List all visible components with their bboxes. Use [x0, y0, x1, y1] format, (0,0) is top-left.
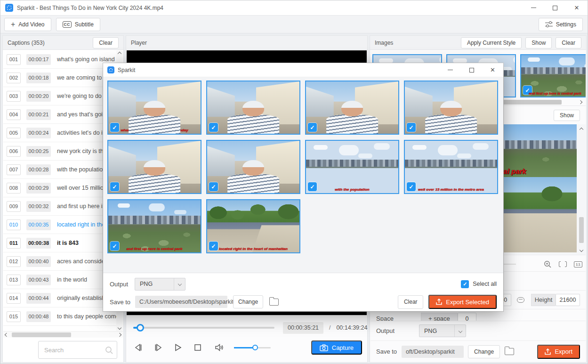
caption-row[interactable]: 01600:00:50to central park to escape [3, 326, 116, 330]
images-clear-button[interactable]: Clear [556, 37, 581, 49]
caption-number[interactable]: 016 [7, 330, 21, 330]
image-thumbnail[interactable]: ✓located right in the heart of manhattan [206, 199, 300, 253]
image-thumbnail[interactable]: ✓with the population [305, 140, 399, 194]
caption-row[interactable]: 01400:00:44originally establishe [3, 289, 116, 307]
caption-timestamp[interactable]: 00:00:38 [26, 238, 51, 249]
export-selected-button[interactable]: Export Selected [428, 295, 497, 309]
caption-row[interactable]: 01100:00:38it is 843 [3, 234, 116, 252]
caption-row[interactable]: 00300:00:20we're going to do w [3, 87, 116, 105]
caption-timestamp[interactable]: 00:00:28 [26, 164, 51, 175]
play-button[interactable] [173, 342, 183, 353]
caption-row[interactable]: 01200:00:40acres and considere [3, 252, 116, 271]
fit-screen-icon[interactable] [559, 261, 567, 267]
caption-timestamp[interactable]: 00:00:40 [26, 256, 51, 267]
scroll-up-icon[interactable] [116, 50, 123, 57]
minimize-button[interactable] [523, 0, 544, 15]
export-button[interactable]: Export [537, 345, 580, 359]
scroll-down-icon[interactable] [116, 324, 123, 331]
caption-row[interactable]: 01000:00:35located right in the [3, 216, 116, 234]
hscroll-thumb[interactable] [12, 332, 71, 337]
select-all-checkbox[interactable]: ✓ [461, 280, 469, 288]
caption-timestamp[interactable]: 00:00:25 [26, 146, 51, 157]
caption-row[interactable]: 00600:00:25new york city is the [3, 142, 116, 161]
maximize-button[interactable] [544, 0, 566, 15]
folder-icon[interactable] [505, 348, 514, 355]
image-thumbnail[interactable]: ✓activities let's do it [107, 140, 201, 194]
add-video-button[interactable]: + Add Video [4, 18, 51, 31]
scroll-right-icon[interactable] [116, 332, 123, 338]
image-thumbnail[interactable]: ✓well over 15 million in the metro area [404, 140, 498, 194]
volume-handle[interactable] [252, 345, 258, 350]
volume-icon[interactable] [214, 342, 225, 353]
caption-row[interactable]: 00900:00:32and first up here is c [3, 197, 116, 216]
caption-row[interactable]: 01300:00:43in the world [3, 271, 116, 289]
settings-button[interactable]: Settings [539, 18, 583, 31]
caption-number[interactable]: 001 [7, 54, 21, 65]
captions-clear-button[interactable]: Clear [93, 37, 119, 49]
thumbnail-checkbox[interactable]: ✓ [308, 123, 317, 132]
search-input[interactable]: Search [38, 341, 117, 359]
image-thumbnail[interactable]: ✓what's going on island hoppers today [107, 81, 201, 135]
caption-timestamp[interactable]: 00:00:32 [26, 201, 51, 212]
caption-row[interactable]: 00500:00:24activities let's do it [3, 124, 116, 142]
caption-number[interactable]: 012 [7, 256, 21, 267]
caption-timestamp[interactable]: 00:00:44 [26, 293, 51, 304]
caption-timestamp[interactable]: 00:00:50 [26, 330, 51, 330]
seek-handle[interactable] [137, 324, 144, 332]
dialog-maximize-button[interactable] [461, 63, 482, 77]
caption-timestamp[interactable]: 00:00:43 [26, 275, 51, 285]
seek-slider[interactable] [133, 327, 274, 329]
caption-row[interactable]: 00200:00:18we are coming to y [3, 69, 116, 87]
caption-row[interactable]: 00800:00:29well over 15 million [3, 179, 116, 197]
caption-timestamp[interactable]: 00:00:21 [26, 109, 51, 120]
link-dimensions-icon[interactable] [517, 297, 524, 303]
caption-number[interactable]: 007 [7, 164, 21, 175]
caption-timestamp[interactable]: 00:00:20 [26, 91, 51, 102]
caption-timestamp[interactable]: 00:00:29 [26, 183, 51, 194]
output-select[interactable]: PNG [419, 324, 466, 337]
caption-number[interactable]: 002 [7, 73, 21, 83]
caption-number[interactable]: 015 [7, 311, 21, 322]
caption-timestamp[interactable]: 00:00:17 [26, 54, 51, 65]
image-thumbnail[interactable]: ✓ [404, 81, 498, 135]
caption-timestamp[interactable]: 00:00:18 [26, 73, 51, 83]
caption-number[interactable]: 014 [7, 293, 21, 304]
dialog-change-button[interactable]: Change [233, 295, 263, 308]
caption-row[interactable]: 00700:00:28with the population [3, 161, 116, 179]
caption-number[interactable]: 008 [7, 183, 21, 194]
stop-button[interactable] [193, 342, 203, 353]
height-input[interactable]: 21600 [556, 294, 580, 306]
dialog-folder-icon[interactable] [269, 299, 279, 306]
captions-horizontal-scrollbar[interactable] [3, 331, 123, 338]
scroll-left-icon[interactable] [3, 332, 10, 338]
dialog-output-select[interactable]: PNG [135, 278, 185, 291]
caption-timestamp[interactable]: 00:00:48 [26, 311, 51, 322]
image-thumbnail[interactable]: ✓and first up here is central park [107, 199, 201, 253]
thumbnail-checkbox[interactable]: ✓ [209, 182, 218, 191]
dialog-close-button[interactable]: ✕ [482, 63, 503, 77]
preview-scroll-up-icon[interactable] [578, 126, 585, 133]
image-thumbnail[interactable]: ✓and first up here is central park [520, 54, 586, 97]
preview-scroll-down-icon[interactable] [578, 247, 585, 253]
image-thumbnail[interactable]: ✓ [305, 81, 399, 135]
images-show-button[interactable]: Show [525, 37, 552, 49]
caption-row[interactable]: 00100:00:17what's going on island h [3, 50, 116, 69]
next-frame-button[interactable] [153, 342, 163, 353]
change-button[interactable]: Change [468, 345, 500, 358]
caption-row[interactable]: 00400:00:21and yes that's going [3, 105, 116, 124]
image-thumbnail[interactable]: ✓we are coming to you from new york city [206, 81, 300, 135]
caption-number[interactable]: 010 [7, 219, 21, 230]
caption-timestamp[interactable]: 00:00:35 [26, 219, 51, 230]
dialog-minimize-button[interactable] [440, 63, 461, 77]
caption-number[interactable]: 005 [7, 128, 21, 138]
zoom-in-icon[interactable] [544, 260, 552, 268]
subtitle-button[interactable]: CC Subtitle [56, 18, 100, 31]
capture-button[interactable]: Capture [311, 340, 362, 355]
caption-number[interactable]: 009 [7, 201, 21, 212]
one-to-one-icon[interactable]: 1:1 [574, 261, 582, 267]
apply-current-style-button[interactable]: Apply Current Style [461, 37, 522, 49]
close-button[interactable]: ✕ [566, 0, 588, 15]
volume-slider[interactable] [234, 347, 271, 348]
thumbnail-checkbox[interactable]: ✓ [407, 123, 416, 132]
previous-frame-button[interactable] [133, 342, 144, 353]
